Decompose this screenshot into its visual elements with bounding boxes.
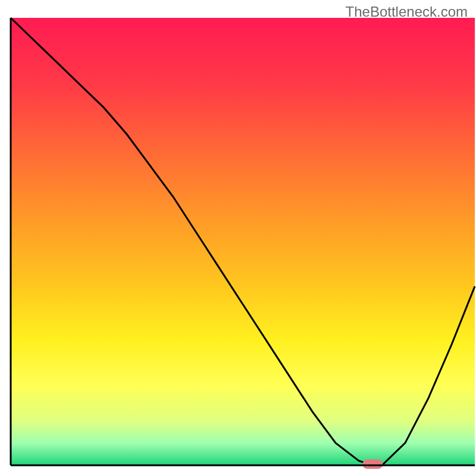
optimal-marker	[362, 459, 383, 469]
bottleneck-chart	[0, 0, 476, 476]
chart-container: TheBottleneck.com	[0, 0, 476, 476]
watermark-text: TheBottleneck.com	[346, 4, 468, 20]
